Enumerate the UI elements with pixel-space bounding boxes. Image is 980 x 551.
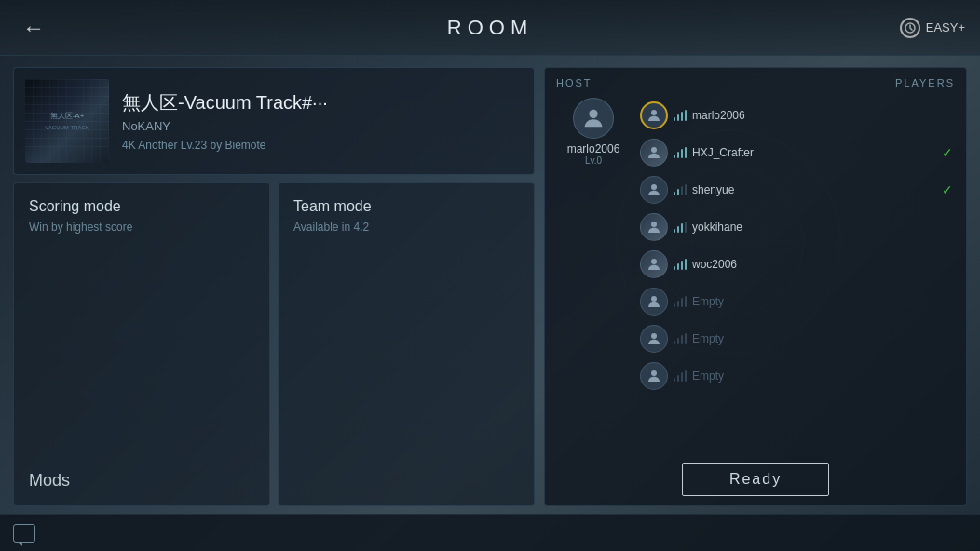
players-list: marlo2006 HXJ_Crafter ✓ — [638, 98, 955, 455]
avatar — [640, 362, 668, 390]
ready-check: ✓ — [942, 145, 953, 160]
avatar — [640, 250, 668, 278]
main-content: 無人区-A+ VACUUM TRACK 無人区-Vacuum Track#···… — [0, 56, 980, 514]
back-button[interactable]: ← — [15, 9, 52, 47]
svg-point-10 — [651, 147, 657, 153]
list-item: marlo2006 — [638, 98, 955, 133]
left-panel: 無人区-A+ VACUUM TRACK 無人区-Vacuum Track#···… — [13, 67, 535, 506]
signal-bars — [674, 110, 687, 121]
host-column: marlo2006 Lv.0 — [556, 98, 631, 455]
scoring-mode-panel[interactable]: Scoring mode Win by highest score Mods — [13, 182, 270, 506]
scoring-mode-subtitle: Win by highest score — [29, 221, 254, 234]
right-panel: HOST PLAYERS marlo2006 Lv.0 — [544, 67, 967, 506]
footer — [0, 514, 980, 551]
difficulty-badge[interactable]: EASY+ — [900, 18, 965, 38]
signal-bars — [674, 222, 687, 233]
signal-bars — [674, 259, 687, 270]
list-item: Empty — [638, 284, 955, 319]
ready-check: ✓ — [942, 182, 953, 197]
host-label: HOST — [556, 77, 592, 88]
list-item: HXJ_Crafter ✓ — [638, 135, 955, 170]
list-item: shenyue ✓ — [638, 172, 955, 208]
host-name: marlo2006 — [567, 142, 620, 155]
empty-slot: Empty — [692, 295, 953, 308]
list-item: yokkihane — [638, 209, 955, 245]
team-mode-subtitle: Available in 4.2 — [293, 221, 519, 234]
player-name: HXJ_Crafter — [692, 146, 936, 159]
page-title: ROOM — [447, 16, 533, 40]
avatar — [640, 288, 668, 316]
svg-point-9 — [651, 110, 657, 115]
team-mode-panel[interactable]: Team mode Available in 4.2 — [278, 182, 535, 506]
list-item: woc2006 — [638, 247, 955, 282]
svg-point-13 — [651, 259, 657, 264]
difficulty-icon — [900, 18, 920, 38]
content-row: marlo2006 Lv.0 marlo2006 — [556, 98, 955, 455]
player-name: yokkihane — [692, 221, 953, 234]
empty-slot: Empty — [692, 332, 953, 345]
empty-slot: Empty — [692, 370, 953, 383]
difficulty-label: EASY+ — [926, 20, 965, 34]
player-name: shenyue — [692, 183, 936, 196]
svg-point-15 — [651, 333, 657, 339]
list-item: Empty — [638, 321, 955, 356]
song-artist: NoKANY — [122, 119, 523, 133]
list-item: Empty — [638, 358, 955, 394]
avatar — [640, 325, 668, 353]
song-thumbnail: 無人区-A+ VACUUM TRACK — [25, 79, 109, 163]
song-meta: 4K Another Lv.23 by Biemote — [122, 139, 523, 152]
header: ← ROOM EASY+ — [0, 0, 980, 56]
song-info: 無人区-Vacuum Track#··· NoKANY 4K Another L… — [122, 90, 523, 152]
thumb-text: 無人区-A+ VACUUM TRACK — [45, 111, 88, 132]
svg-point-12 — [651, 222, 657, 227]
ready-section: Ready — [556, 463, 955, 496]
team-mode-title: Team mode — [293, 198, 519, 215]
signal-bars — [674, 333, 687, 344]
svg-point-16 — [651, 370, 657, 376]
song-title: 無人区-Vacuum Track#··· — [122, 90, 523, 115]
signal-bars — [674, 370, 687, 382]
player-name: woc2006 — [692, 258, 953, 271]
signal-bars — [674, 296, 687, 307]
song-card: 無人区-A+ VACUUM TRACK 無人区-Vacuum Track#···… — [13, 67, 535, 175]
players-label: PLAYERS — [895, 77, 955, 88]
svg-point-8 — [589, 110, 597, 118]
signal-bars — [674, 147, 687, 158]
avatar — [640, 101, 668, 129]
avatar — [640, 139, 668, 167]
ready-button[interactable]: Ready — [682, 463, 829, 496]
svg-point-11 — [651, 184, 657, 190]
avatar — [640, 176, 668, 204]
scoring-mode-title: Scoring mode — [29, 198, 254, 215]
host-level: Lv.0 — [585, 155, 602, 166]
panels-row: Scoring mode Win by highest score Mods T… — [13, 182, 535, 506]
svg-point-14 — [651, 296, 657, 302]
chat-icon[interactable] — [13, 524, 35, 543]
player-name: marlo2006 — [692, 109, 953, 122]
avatar — [640, 213, 668, 241]
signal-bars — [674, 184, 687, 195]
host-avatar — [573, 98, 614, 139]
right-panel-header: HOST PLAYERS — [556, 77, 955, 88]
mods-label: Mods — [29, 471, 254, 491]
